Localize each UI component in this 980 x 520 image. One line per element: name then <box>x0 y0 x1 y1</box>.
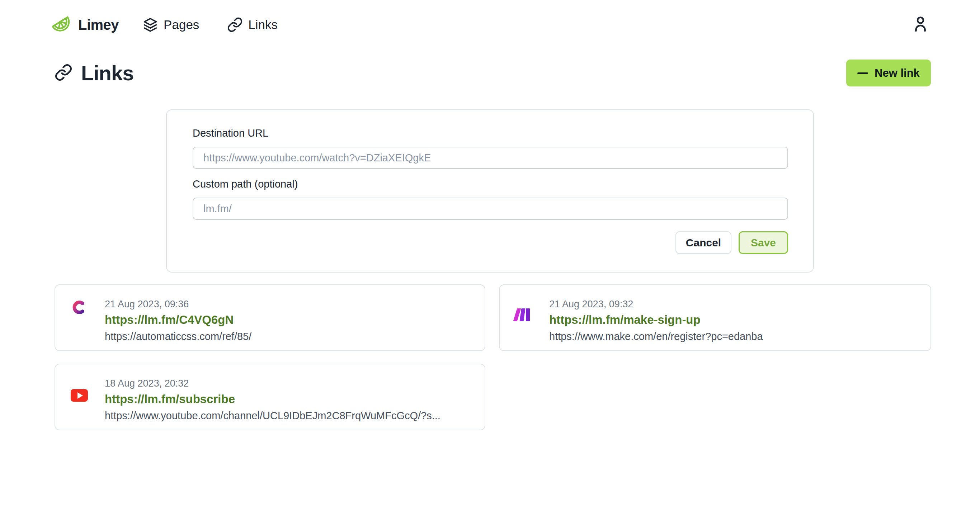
link-timestamp: 18 Aug 2023, 20:32 <box>105 378 441 389</box>
main-nav: Pages Links <box>142 17 278 33</box>
chain-icon <box>54 64 72 83</box>
nav-item-pages[interactable]: Pages <box>142 17 199 33</box>
custom-path-input[interactable] <box>192 197 788 220</box>
new-link-form: Destination URL Custom path (optional) C… <box>166 110 814 272</box>
user-menu-button[interactable] <box>911 15 930 35</box>
destination-url: https://www.make.com/en/register?pc=edan… <box>549 331 763 342</box>
short-link[interactable]: https://lm.fm/make-sign-up <box>549 313 763 327</box>
brand-name: Limey <box>78 17 119 33</box>
link-timestamp: 21 Aug 2023, 09:36 <box>105 299 251 310</box>
custom-path-label: Custom path (optional) <box>192 178 788 190</box>
lime-icon <box>50 14 72 36</box>
link-card: 21 Aug 2023, 09:32 https://lm.fm/make-si… <box>499 285 931 351</box>
page-title: Links <box>54 61 134 85</box>
destination-url: https://www.youtube.com/channel/UCL9IDbE… <box>105 410 441 422</box>
links-list: 21 Aug 2023, 09:36 https://lm.fm/C4VQ6gN… <box>54 285 931 430</box>
page-title-text: Links <box>81 61 134 85</box>
nav-item-label: Links <box>248 17 278 32</box>
link-card: 18 Aug 2023, 20:32 https://lm.fm/subscri… <box>54 364 485 430</box>
destination-url: https://automaticcss.com/ref/85/ <box>105 331 251 342</box>
brand-logo[interactable]: Limey <box>50 14 119 36</box>
cancel-button[interactable]: Cancel <box>675 231 732 254</box>
link-card: 21 Aug 2023, 09:36 https://lm.fm/C4VQ6gN… <box>54 285 485 351</box>
nav-item-label: Pages <box>164 17 199 32</box>
user-icon <box>911 15 930 35</box>
automaticcss-favicon <box>71 311 88 317</box>
nav-item-links[interactable]: Links <box>227 17 278 33</box>
link-timestamp: 21 Aug 2023, 09:32 <box>549 299 763 310</box>
new-link-label: New link <box>875 67 920 80</box>
destination-url-input[interactable] <box>192 147 788 169</box>
short-link[interactable]: https://lm.fm/subscribe <box>105 392 441 406</box>
stack-icon <box>142 17 158 33</box>
youtube-favicon <box>71 389 88 402</box>
page-title-row: Links New link <box>54 59 931 86</box>
app-header: Limey Pages Links <box>0 0 980 37</box>
make-favicon <box>515 308 532 321</box>
minus-icon <box>858 72 868 74</box>
short-link[interactable]: https://lm.fm/C4VQ6gN <box>105 313 251 327</box>
chain-icon <box>227 17 243 33</box>
play-icon <box>78 392 83 399</box>
new-link-button[interactable]: New link <box>846 59 931 86</box>
destination-url-label: Destination URL <box>192 127 788 139</box>
save-button[interactable]: Save <box>738 231 788 254</box>
